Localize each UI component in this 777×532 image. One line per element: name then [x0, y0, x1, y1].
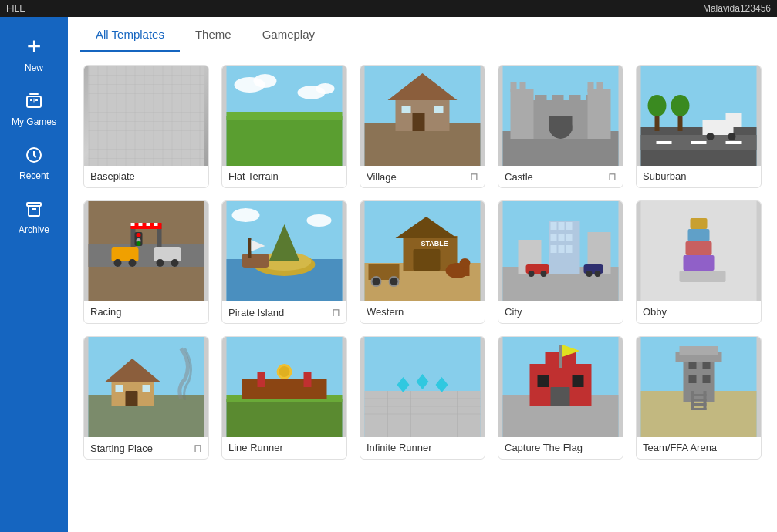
svg-rect-153: [559, 345, 562, 368]
svg-rect-167: [689, 362, 697, 369]
svg-rect-134: [304, 372, 312, 387]
file-menu[interactable]: FILE: [6, 3, 25, 14]
svg-rect-117: [686, 241, 712, 255]
svg-rect-98: [559, 222, 565, 230]
svg-point-47: [707, 133, 715, 140]
svg-rect-36: [588, 89, 611, 139]
tab-gameplay[interactable]: Gameplay: [247, 17, 330, 52]
svg-rect-99: [566, 222, 573, 230]
svg-rect-168: [703, 362, 711, 369]
template-label-starting-place: Starting Place ⊓: [84, 437, 208, 459]
svg-rect-97: [551, 222, 557, 230]
svg-point-69: [137, 233, 141, 237]
svg-rect-2: [35, 99, 38, 101]
template-thumbnail-flat-terrain: [222, 66, 346, 166]
template-card-team-ffa-arena[interactable]: Team/FFA Arena: [636, 336, 762, 460]
svg-rect-46: [726, 113, 742, 127]
svg-rect-170: [703, 375, 711, 383]
svg-rect-3: [34, 99, 35, 103]
svg-point-66: [157, 259, 164, 267]
pirate-book-icon: ⊓: [332, 306, 340, 318]
svg-rect-78: [248, 238, 252, 258]
svg-rect-166: [691, 408, 707, 410]
svg-rect-42: [657, 141, 672, 144]
template-card-racing[interactable]: Racing: [83, 200, 209, 324]
template-label-castle: Castle ⊓: [498, 166, 623, 187]
template-label-obby: Obby: [637, 301, 761, 322]
svg-point-113: [595, 271, 601, 277]
template-card-pirate-island[interactable]: Pirate Island ⊓: [221, 200, 347, 324]
template-thumbnail-starting-place: [84, 337, 208, 437]
top-bar: FILE Malavida123456: [0, 0, 777, 17]
svg-rect-163: [691, 394, 707, 396]
svg-rect-35: [520, 82, 526, 92]
template-card-baseplate[interactable]: Baseplate: [83, 65, 209, 188]
svg-point-13: [254, 74, 277, 88]
svg-point-80: [232, 208, 260, 222]
template-card-capture-the-flag[interactable]: Capture The Flag: [498, 336, 623, 460]
archive-icon: [25, 200, 43, 221]
template-card-line-runner[interactable]: Line Runner: [221, 336, 347, 460]
template-thumbnail-city: [498, 201, 623, 301]
svg-point-132: [279, 366, 290, 377]
sidebar-item-recent[interactable]: Recent: [0, 136, 68, 190]
my-games-icon: [25, 92, 43, 113]
svg-point-15: [316, 83, 335, 94]
tab-theme[interactable]: Theme: [180, 17, 247, 52]
tab-all-templates[interactable]: All Templates: [80, 17, 180, 52]
svg-rect-165: [691, 403, 707, 406]
svg-point-64: [129, 259, 137, 267]
template-card-city[interactable]: City: [498, 200, 623, 324]
castle-book-icon: ⊓: [608, 170, 617, 183]
template-card-infinite-runner[interactable]: Infinite Runner: [360, 336, 485, 460]
template-card-flat-terrain[interactable]: Flat Terrain: [221, 65, 347, 188]
svg-rect-130: [242, 379, 327, 399]
sidebar-item-my-games[interactable]: My Games: [0, 82, 68, 136]
svg-rect-32: [549, 116, 573, 131]
sidebar-item-new[interactable]: + New: [0, 23, 68, 82]
template-thumbnail-obby: [637, 201, 761, 301]
template-card-western[interactable]: STABLE Western: [360, 200, 485, 324]
svg-rect-10: [227, 116, 343, 166]
svg-rect-151: [538, 375, 549, 387]
svg-rect-169: [689, 375, 697, 383]
svg-rect-86: [414, 249, 441, 271]
svg-rect-155: [551, 387, 570, 406]
svg-point-93: [460, 258, 471, 268]
template-thumbnail-infinite-runner: [360, 337, 485, 437]
svg-rect-104: [559, 245, 565, 253]
tabs-bar: All Templates Theme Gameplay: [68, 17, 777, 52]
svg-point-90: [390, 277, 399, 286]
svg-rect-77: [242, 254, 269, 268]
template-card-village[interactable]: Village ⊓: [360, 65, 485, 188]
svg-rect-125: [116, 385, 123, 392]
svg-rect-62: [112, 247, 139, 261]
svg-rect-38: [597, 82, 603, 92]
sidebar-item-archive[interactable]: Archive: [0, 190, 68, 244]
template-card-starting-place[interactable]: Starting Place ⊓: [83, 336, 209, 460]
template-label-suburban: Suburban: [637, 166, 761, 187]
svg-rect-20: [413, 113, 425, 131]
svg-rect-164: [691, 399, 707, 401]
svg-rect-115: [680, 271, 726, 282]
template-label-line-runner: Line Runner: [222, 437, 346, 458]
template-card-castle[interactable]: Castle ⊓: [498, 65, 623, 188]
svg-rect-119: [691, 218, 708, 229]
content-area: All Templates Theme Gameplay: [68, 17, 777, 532]
svg-rect-28: [552, 95, 564, 104]
svg-text:STABLE: STABLE: [421, 240, 448, 247]
svg-rect-29: [569, 95, 581, 104]
template-thumbnail-baseplate: [84, 66, 208, 166]
svg-rect-27: [535, 95, 547, 104]
template-label-city: City: [498, 301, 623, 322]
template-card-suburban[interactable]: Suburban: [636, 65, 762, 188]
svg-rect-61: [154, 223, 158, 226]
svg-rect-152: [573, 375, 584, 387]
template-card-obby[interactable]: Obby: [636, 200, 762, 324]
svg-rect-59: [139, 223, 143, 226]
svg-point-50: [648, 95, 667, 116]
svg-rect-43: [691, 141, 707, 144]
svg-rect-58: [131, 223, 135, 226]
templates-grid-container: Baseplate: [68, 52, 777, 532]
sidebar-my-games-label: My Games: [12, 116, 56, 127]
